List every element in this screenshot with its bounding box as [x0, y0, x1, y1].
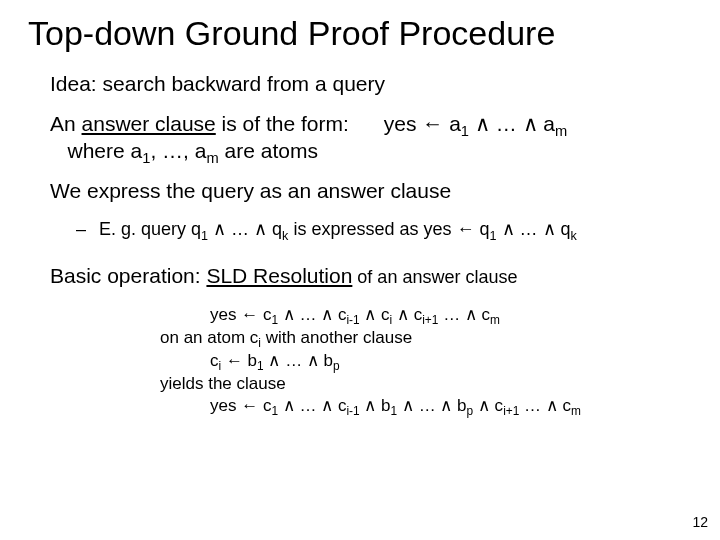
basic-op-line: Basic operation: SLD Resolution of an an… [50, 263, 692, 289]
text: ← b [221, 351, 257, 370]
text: ∧ … ∧ q [208, 219, 282, 239]
sld-detail: yes ← c1 ∧ … ∧ ci-1 ∧ ci ∧ ci+1 … ∧ cm o… [160, 304, 692, 419]
sld-line-2: on an atom ci with another clause [160, 327, 692, 350]
text: … ∧ c [438, 305, 490, 324]
text: ∧ … ∧ a [469, 112, 555, 135]
text: ∧ b [360, 396, 391, 415]
sub: 1 [461, 124, 469, 140]
slide-body: Idea: search backward from a query An an… [28, 71, 692, 418]
sld-line-5: yes ← c1 ∧ … ∧ ci-1 ∧ b1 ∧ … ∧ bp ∧ ci+1… [160, 395, 692, 418]
text: ∧ c [473, 396, 503, 415]
text: An [50, 112, 82, 135]
text: are atoms [219, 139, 318, 162]
sub: m [206, 150, 218, 166]
text: c [210, 351, 219, 370]
sld-line-4: yields the clause [160, 373, 692, 396]
sub: m [490, 313, 500, 327]
text: of an answer clause [352, 267, 517, 287]
text: ∧ … ∧ b [397, 396, 466, 415]
text: with another clause [261, 328, 412, 347]
answer-formula: yes ← a1 ∧ … ∧ am [384, 112, 567, 135]
text: Basic operation: [50, 264, 206, 287]
sub: i-1 [346, 313, 359, 327]
sub: m [571, 405, 581, 419]
text: yes ← a [384, 112, 461, 135]
text: E. g. query q [99, 219, 201, 239]
page-number: 12 [692, 514, 708, 530]
sld-line-3: ci ← b1 ∧ … ∧ bp [160, 350, 692, 373]
text: on an atom c [160, 328, 258, 347]
text: ∧ … ∧ c [278, 396, 346, 415]
example-line: – E. g. query q1 ∧ … ∧ qk is expressed a… [76, 218, 692, 241]
text: is expressed as yes ← q [288, 219, 489, 239]
sub: 1 [490, 229, 497, 243]
sub: i-1 [346, 405, 359, 419]
slide: Top-down Ground Proof Procedure Idea: se… [0, 0, 720, 540]
text: yes ← c [210, 396, 271, 415]
answer-clause-underline: answer clause [82, 112, 216, 135]
text: ∧ … ∧ q [497, 219, 571, 239]
text: , …, a [150, 139, 206, 162]
sub: k [571, 229, 577, 243]
slide-title: Top-down Ground Proof Procedure [28, 14, 692, 53]
sub: m [555, 124, 567, 140]
sub: p [333, 359, 340, 373]
sld-line-1: yes ← c1 ∧ … ∧ ci-1 ∧ ci ∧ ci+1 … ∧ cm [160, 304, 692, 327]
sld-resolution-underline: SLD Resolution [206, 264, 352, 287]
text: ∧ c [392, 305, 422, 324]
text: is of the form: [216, 112, 349, 135]
text: ∧ … ∧ c [278, 305, 346, 324]
bullet-dash: – [76, 218, 94, 241]
text: ∧ c [360, 305, 390, 324]
sub: 1 [257, 359, 264, 373]
answer-clause-def: An answer clause is of the form: yes ← a… [50, 111, 692, 164]
express-line: We express the query as an answer clause [50, 178, 692, 204]
sub: i+1 [503, 405, 519, 419]
idea-line: Idea: search backward from a query [50, 71, 692, 97]
text: … ∧ c [519, 396, 571, 415]
text: where a [68, 139, 143, 162]
sub: i+1 [422, 313, 438, 327]
text: yes ← c [210, 305, 271, 324]
text: ∧ … ∧ b [264, 351, 333, 370]
